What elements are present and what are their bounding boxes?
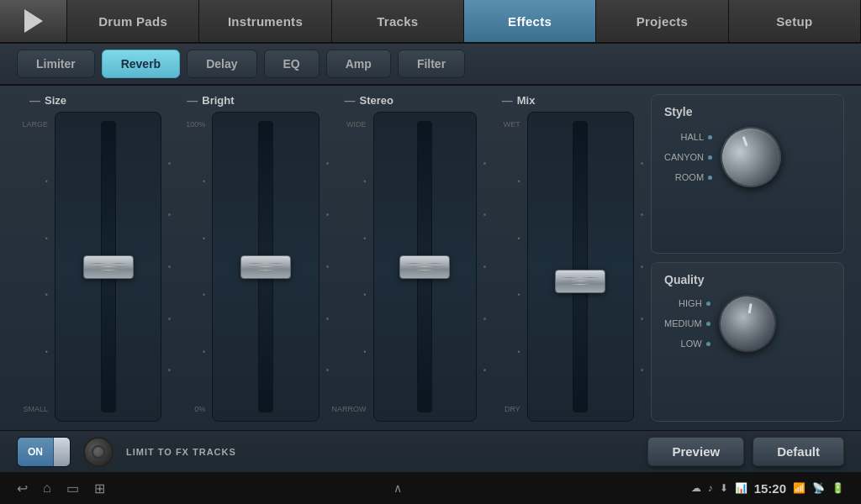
style-dot-medium [706,322,710,326]
style-panel-title: Style [664,105,831,118]
cloud-icon: ☁ [691,482,701,494]
nav-tab-projects[interactable]: Projects [596,0,728,42]
recents-icon[interactable]: ▭ [66,480,79,496]
quality-options: HIGH MEDIUM LOW [664,295,831,352]
slider-scale-left-mix: WET • • • • DRY [489,112,523,422]
top-navigation: Drum Pads Instruments Tracks Effects Pro… [0,0,861,44]
bottom-bar: ON LIMIT TO FX TRACKS Preview Default [0,430,861,472]
quality-option-high[interactable]: HIGH [679,298,710,308]
toggle-handle [53,438,70,466]
style-option-room[interactable]: ROOM [675,172,712,182]
subtab-amp[interactable]: Amp [326,50,391,78]
limit-fx-label: LIMIT TO FX TRACKS [126,447,236,457]
quality-option-low[interactable]: LOW [681,339,710,349]
sub-tab-bar: Limiter Reverb Delay EQ Amp Filter [0,44,861,86]
quality-knob[interactable] [714,291,780,357]
sliders-section: Size LARGE • • • • SMALL [17,94,638,422]
slider-track-container-bright: 100% • • • • 0% [174,112,323,422]
nav-tab-setup[interactable]: Setup [729,0,861,42]
subtab-filter[interactable]: Filter [398,50,465,78]
signal-icon: 📡 [812,482,825,494]
chevron-up-icon: ∧ [394,481,402,495]
slider-label-stereo: Stereo [345,94,394,107]
slider-label-bright: Bright [187,94,234,107]
quality-knob-indicator [747,303,752,313]
on-toggle[interactable]: ON [17,437,71,467]
subtab-limiter[interactable]: Limiter [17,50,95,78]
status-time: 15:20 [754,481,786,496]
status-right: ☁ ♪ ⬇ 📊 15:20 📶 📡 🔋 [691,481,844,496]
style-labels: HALL CANYON ROOM [664,132,712,182]
style-knob[interactable] [712,118,790,196]
slider-rail-bright[interactable] [212,112,319,422]
slider-thumb-stereo[interactable] [399,255,450,279]
slider-dots-mix [641,113,643,421]
slider-track-container-mix: WET • • • • DRY [489,112,638,422]
chart-icon: 📊 [735,482,747,494]
slider-thumb-size[interactable] [83,255,134,279]
thumb-line [88,266,129,267]
slider-thumb-mix[interactable] [555,270,605,293]
toggle-on-label: ON [18,438,53,466]
record-inner [92,445,105,459]
style-dot-canyon [708,155,712,160]
nav-tab-effects[interactable]: Effects [464,0,596,42]
style-options: HALL CANYON ROOM [664,127,831,187]
bottom-right-actions: Preview Default [647,437,844,466]
main-content: Size LARGE • • • • SMALL [0,86,861,430]
right-section: Style HALL CANYON ROOM [651,94,844,422]
slider-dots-stereo [483,113,486,421]
style-dot-hall [708,135,712,139]
status-left: ↩ ⌂ ▭ ⊞ [17,480,105,496]
slider-scale-left-size: LARGE • • • • SMALL [17,112,50,422]
status-center: ∧ [105,481,691,495]
nav-tab-instruments[interactable]: Instruments [199,0,331,42]
download-icon: ⬇ [720,482,728,494]
slider-group-bright: Bright 100% • • • • 0% [174,94,323,422]
slider-scale-left-stereo: WIDE • • • • NARROW [332,112,369,422]
thumb-line [88,263,129,264]
play-button[interactable] [0,0,67,42]
subtab-delay[interactable]: Delay [187,50,256,78]
thumb-line [88,270,129,270]
style-option-canyon[interactable]: CANYON [664,152,712,162]
default-button[interactable]: Default [753,437,844,466]
slider-rail-stereo[interactable] [373,112,477,422]
style-option-hall[interactable]: HALL [681,132,713,142]
slider-thumb-bright[interactable] [240,255,291,279]
play-icon [24,9,43,33]
wifi-icon: 📶 [793,482,806,494]
slider-scale-left-bright: 100% • • • • 0% [174,112,208,422]
knob-indicator [742,136,748,146]
slider-track-container-stereo: WIDE • • • • NARROW [332,112,481,422]
slider-group-mix: Mix WET • • • • DRY [489,94,638,422]
home-icon[interactable]: ⌂ [43,480,51,496]
slider-group-stereo: Stereo WIDE • • • • NARROW [332,94,481,422]
slider-track-mix[interactable] [573,121,588,412]
slider-track-size[interactable] [101,121,116,412]
nav-tab-drum-pads[interactable]: Drum Pads [67,0,199,42]
style-dot-low [706,342,710,346]
slider-track-container-size: LARGE • • • • SMALL [17,112,166,422]
subtab-eq[interactable]: EQ [264,50,320,78]
slider-rail-mix[interactable] [527,112,634,422]
nav-tab-tracks[interactable]: Tracks [332,0,464,42]
slider-label-size: Size [29,94,66,107]
quality-panel: Quality HIGH MEDIUM LOW [651,262,844,422]
status-bar: ↩ ⌂ ▭ ⊞ ∧ ☁ ♪ ⬇ 📊 15:20 📶 📡 🔋 [0,472,861,504]
style-panel: Style HALL CANYON ROOM [651,94,844,254]
menu-icon[interactable]: ⊞ [94,480,105,496]
slider-rail-size[interactable] [55,112,161,422]
quality-option-medium[interactable]: MEDIUM [664,318,710,328]
battery-icon: 🔋 [832,482,844,494]
slider-group-size: Size LARGE • • • • SMALL [17,94,166,422]
slider-track-bright[interactable] [258,121,273,412]
quality-panel-title: Quality [664,273,831,286]
slider-track-stereo[interactable] [417,121,432,412]
slider-dots-bright [326,113,329,421]
slider-label-mix: Mix [502,94,536,107]
back-icon[interactable]: ↩ [17,480,28,496]
subtab-reverb[interactable]: Reverb [102,50,180,78]
preview-button[interactable]: Preview [647,437,744,466]
record-button[interactable] [83,437,114,467]
